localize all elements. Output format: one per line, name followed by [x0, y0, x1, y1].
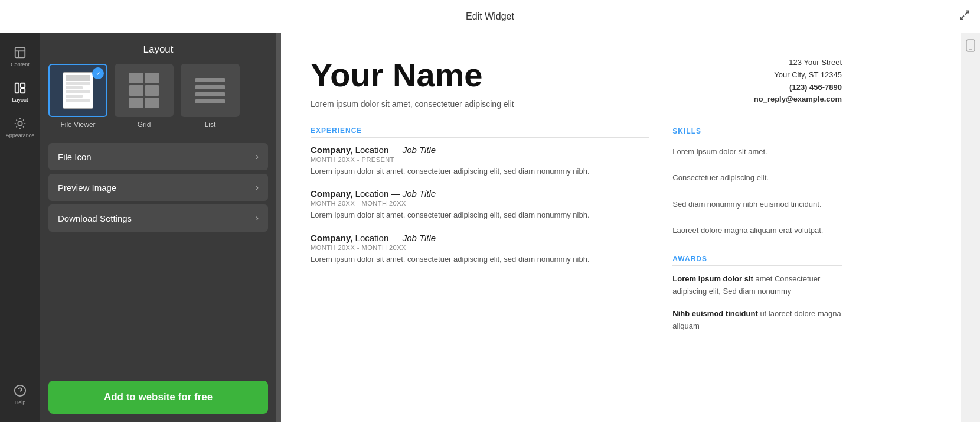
entry-1-desc: Lorem ipsum dolor sit amet, consectetuer…: [311, 165, 649, 177]
chevron-right-icon-2: ›: [256, 182, 259, 193]
address-line1: 123 Your Street: [672, 57, 842, 69]
sidebar-appearance-label: Appearance: [6, 132, 35, 138]
skills-section-title: SKILLS: [672, 127, 842, 138]
awards-text: Lorem ipsum dolor sit amet Consectetuer …: [672, 273, 842, 298]
add-to-website-button[interactable]: Add to website for free: [48, 381, 268, 414]
accordion-section: File Icon › Preview Image › Download Set…: [40, 138, 276, 236]
skill-1: Lorem ipsum dolor sit amet.: [672, 145, 842, 158]
file-viewer-label: File Viewer: [60, 121, 95, 129]
layout-option-grid[interactable]: Grid: [115, 64, 174, 129]
experience-entry-2: Company, Location — Job Title MONTH 20XX…: [311, 189, 649, 221]
chevron-right-icon: ›: [256, 151, 259, 162]
main-area: Content Layout Appearance: [0, 33, 980, 422]
svg-point-8: [18, 121, 22, 125]
entry-1-jobtitle: Job Title: [403, 145, 436, 155]
sidebar-item-help[interactable]: Help: [14, 377, 27, 413]
resume-left: Your Name Lorem ipsum dolor sit amet, co…: [311, 57, 649, 333]
accordion-preview-image-label: Preview Image: [58, 183, 116, 193]
accordion-file-icon[interactable]: File Icon ›: [48, 143, 268, 170]
resume-name: Your Name: [311, 57, 649, 93]
sidebar-item-layout[interactable]: Layout: [0, 74, 40, 110]
entry-3-location: Location —: [352, 233, 402, 243]
resume-container: Your Name Lorem ipsum dolor sit amet, co…: [311, 57, 842, 333]
entry-2-desc: Lorem ipsum dolor sit amet, consectetuer…: [311, 209, 649, 221]
sidebar-content-label: Content: [11, 61, 30, 67]
layout-option-list[interactable]: List: [181, 64, 240, 129]
left-panel: Layout ✓ File Viewer: [40, 33, 276, 422]
skill-2: Consectetuer adipiscing elit.: [672, 171, 842, 184]
file-viewer-preview: [63, 72, 93, 109]
resume-right: 123 Your Street Your City, ST 12345 (123…: [672, 57, 842, 333]
skill-4: Laoreet dolore magna aliquam erat volutp…: [672, 224, 842, 237]
list-box[interactable]: [181, 64, 240, 117]
entry-2-date: MONTH 20XX - MONTH 20XX: [311, 200, 649, 207]
entry-1-date: MONTH 20XX - PRESENT: [311, 156, 649, 163]
entry-3-desc: Lorem ipsum dolor sit amet, consectetuer…: [311, 254, 649, 265]
awards-text-2: Nihb euismod tincidunt ut laoreet dolore…: [672, 308, 842, 333]
list-preview: [195, 73, 225, 108]
awards-section: AWARDS Lorem ipsum dolor sit amet Consec…: [672, 255, 842, 333]
awards-text-bold-start: Lorem ipsum dolor sit: [672, 274, 753, 283]
entry-3-jobtitle: Job Title: [403, 233, 436, 243]
svg-rect-5: [15, 83, 19, 93]
sidebar-help-label: Help: [15, 400, 26, 405]
accordion-preview-image[interactable]: Preview Image ›: [48, 174, 268, 201]
awards-text-2-bold: Nihb euismod tincidunt: [672, 309, 757, 318]
add-button-wrap: Add to website for free: [40, 372, 276, 422]
experience-entry-1: Company, Location — Job Title MONTH 20XX…: [311, 145, 649, 177]
entry-2-jobtitle: Job Title: [403, 189, 436, 199]
sidebar-icons: Content Layout Appearance: [0, 33, 40, 422]
grid-label: Grid: [138, 121, 151, 129]
entry-1-location: Location —: [352, 145, 402, 155]
accordion-download-settings[interactable]: Download Settings ›: [48, 204, 268, 232]
address-line2: Your City, ST 12345: [672, 69, 842, 82]
mobile-icon[interactable]: [965, 39, 976, 55]
entry-2-company: Company,: [311, 189, 352, 199]
experience-section-title: EXPERIENCE: [311, 126, 649, 138]
list-label: List: [205, 121, 216, 129]
entry-1-company: Company,: [311, 145, 352, 155]
sidebar-item-content[interactable]: Content: [0, 39, 40, 74]
file-viewer-box[interactable]: ✓: [48, 64, 107, 117]
entry-3-date: MONTH 20XX - MONTH 20XX: [311, 244, 649, 251]
entry-3-title: Company, Location — Job Title: [311, 233, 649, 243]
svg-rect-2: [15, 48, 25, 58]
entry-3-company: Company,: [311, 233, 352, 243]
expand-icon[interactable]: [959, 9, 971, 24]
grid-preview: [129, 73, 159, 108]
awards-section-title: AWARDS: [672, 255, 842, 266]
checkmark-icon: ✓: [92, 67, 104, 79]
entry-1-title: Company, Location — Job Title: [311, 145, 649, 155]
page-title: Edit Widget: [466, 11, 514, 22]
preview-area[interactable]: Your Name Lorem ipsum dolor sit amet, co…: [281, 33, 961, 422]
right-edge: [961, 33, 980, 422]
svg-rect-7: [21, 89, 25, 93]
skills-list: Lorem ipsum dolor sit amet. Consectetuer…: [672, 145, 842, 237]
resume-address: 123 Your Street Your City, ST 12345 (123…: [672, 57, 842, 106]
resume-tagline: Lorem ipsum dolor sit amet, consectetuer…: [311, 99, 649, 109]
sidebar-item-appearance[interactable]: Appearance: [0, 110, 40, 145]
layout-option-file-viewer[interactable]: ✓ File Viewer: [48, 64, 107, 129]
accordion-file-icon-label: File Icon: [58, 152, 92, 162]
layout-options: ✓ File Viewer: [40, 64, 276, 138]
address-email: no_reply@example.com: [672, 93, 842, 106]
entry-2-location: Location —: [352, 189, 402, 199]
accordion-download-settings-label: Download Settings: [58, 213, 132, 223]
top-bar: Edit Widget: [0, 0, 980, 33]
skill-3: Sed diam nonummy nibh euismod tincidunt.: [672, 198, 842, 211]
grid-box[interactable]: [115, 64, 174, 117]
chevron-right-icon-3: ›: [256, 213, 259, 223]
experience-entry-3: Company, Location — Job Title MONTH 20XX…: [311, 233, 649, 265]
panel-title: Layout: [40, 33, 276, 64]
panel-divider: [276, 33, 281, 422]
svg-rect-6: [21, 83, 25, 87]
sidebar-layout-label: Layout: [12, 97, 28, 103]
entry-2-title: Company, Location — Job Title: [311, 189, 649, 199]
address-phone: (123) 456-7890: [672, 82, 842, 94]
